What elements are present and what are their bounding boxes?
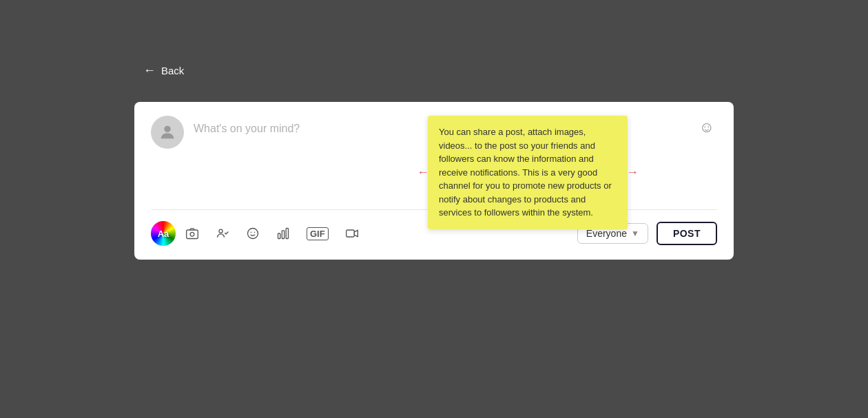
post-input-row: What's on your mind? ← You can share a p… (151, 116, 717, 198)
feeling-icon (246, 227, 260, 240)
tooltip-arrow-right-icon: → (626, 165, 639, 180)
avatar-aa: Aa (151, 221, 176, 246)
tooltip-arrow-left-icon: ← (417, 165, 429, 180)
user-avatar (151, 116, 184, 149)
emoji-icon: ☺ (699, 118, 714, 136)
tag-people-icon (216, 227, 229, 240)
post-input-area[interactable]: What's on your mind? ← You can share a p… (194, 116, 717, 135)
audience-label: Everyone (586, 228, 627, 239)
svg-rect-9 (286, 229, 288, 239)
svg-rect-10 (346, 230, 354, 237)
svg-rect-1 (187, 230, 198, 239)
photo-icon-button[interactable] (184, 225, 200, 242)
svg-rect-8 (282, 231, 284, 239)
svg-point-2 (190, 232, 194, 236)
left-section: Aa (151, 221, 360, 246)
post-button[interactable]: POST (657, 222, 717, 245)
gif-button[interactable]: GIF (305, 226, 330, 242)
chart-icon (276, 227, 290, 240)
svg-rect-7 (278, 233, 280, 239)
video-button[interactable] (344, 225, 360, 242)
tooltip-text: You can share a post, attach images, vid… (439, 127, 612, 218)
chevron-down-icon: ▼ (631, 229, 639, 238)
svg-point-3 (219, 229, 223, 233)
post-card: What's on your mind? ← You can share a p… (134, 102, 734, 260)
back-arrow-icon: ← (143, 63, 156, 78)
chart-button[interactable] (275, 225, 291, 242)
feeling-button[interactable] (245, 225, 261, 242)
post-placeholder: What's on your mind? (194, 123, 300, 134)
video-icon (345, 227, 359, 240)
back-button[interactable]: ← Back (138, 61, 189, 81)
svg-point-6 (254, 232, 256, 233)
toolbar: GIF (184, 225, 360, 242)
camera-icon (185, 227, 199, 240)
tag-people-button[interactable] (214, 225, 231, 242)
tooltip-container: ← You can share a post, attach images, v… (428, 116, 628, 229)
emoji-button[interactable]: ☺ (696, 116, 717, 139)
tooltip-box: You can share a post, attach images, vid… (428, 116, 628, 229)
svg-point-4 (248, 229, 258, 239)
svg-point-0 (164, 126, 170, 132)
gif-label: GIF (307, 227, 329, 240)
svg-point-5 (251, 232, 252, 233)
back-label: Back (161, 65, 184, 76)
